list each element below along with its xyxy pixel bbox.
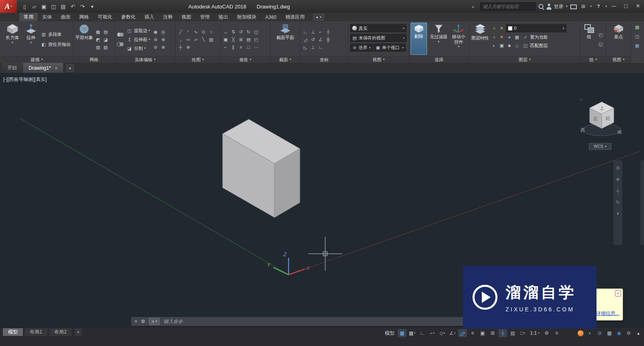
recent-commands-button[interactable]: >▾ bbox=[149, 318, 160, 325]
undo-icon[interactable] bbox=[68, 2, 77, 11]
box-solid[interactable] bbox=[223, 119, 300, 218]
layer-tool-icon[interactable] bbox=[498, 42, 505, 49]
viewcube-home-icon[interactable] bbox=[580, 96, 582, 102]
solid-edit-tool-icon[interactable] bbox=[160, 29, 167, 35]
search-input[interactable] bbox=[480, 2, 536, 10]
draw-tool-icon[interactable] bbox=[208, 29, 215, 35]
group-tool-icon[interactable] bbox=[597, 31, 604, 38]
tab-solid[interactable]: 实体 bbox=[38, 13, 56, 21]
status-model-label[interactable]: 模型 bbox=[385, 330, 394, 337]
visual-style-dropdown[interactable]: 真实▾ bbox=[350, 24, 407, 32]
layout-tab-model[interactable]: 模型 bbox=[2, 328, 23, 336]
modify-tool-icon[interactable] bbox=[253, 36, 260, 43]
solid-edit-tool-icon[interactable] bbox=[160, 44, 167, 51]
panel-footer-coordinates[interactable]: 坐标 bbox=[300, 56, 348, 63]
tab-view[interactable]: 视图 bbox=[177, 13, 196, 21]
maximize-button[interactable]: □ bbox=[620, 0, 632, 12]
autodesk-exchange-icon[interactable] bbox=[579, 2, 588, 11]
wcs-dropdown[interactable]: WCS▾ bbox=[589, 143, 611, 150]
solid-edit-tool-icon[interactable] bbox=[160, 36, 167, 43]
command-customize-icon[interactable] bbox=[141, 319, 145, 324]
tab-output[interactable]: 输出 bbox=[214, 13, 233, 21]
pan-icon[interactable] bbox=[616, 177, 619, 182]
tray-icon[interactable] bbox=[597, 330, 603, 336]
solid-edit-tool-icon[interactable] bbox=[152, 44, 159, 51]
layout-tab-layout1[interactable]: 布局1 bbox=[24, 328, 48, 336]
draw-tool-icon[interactable] bbox=[192, 36, 199, 43]
steering-wheel-icon[interactable] bbox=[616, 165, 620, 170]
ribbon-display-toggle[interactable]: ▾ bbox=[313, 14, 324, 21]
mesh-tool-icon[interactable] bbox=[95, 44, 101, 51]
modify-tool-icon[interactable] bbox=[222, 36, 229, 43]
modify-tool-icon[interactable] bbox=[230, 36, 237, 43]
help-icon[interactable] bbox=[594, 2, 603, 11]
extrude-faces-button[interactable]: 拉伸面▾ bbox=[125, 36, 151, 43]
panel-footer-modeling[interactable]: 建模▾ bbox=[1, 56, 73, 63]
ucs-tool-icon[interactable] bbox=[325, 36, 332, 43]
tab-mesh[interactable]: 网格 bbox=[75, 13, 93, 21]
tray-keyboard-icon[interactable] bbox=[606, 330, 613, 336]
annotation-scale-button[interactable]: 1:1▾ bbox=[528, 330, 541, 336]
ucs-dropdown[interactable]: 世界▾ bbox=[350, 44, 373, 52]
layout-tab-layout2[interactable]: 布局2 bbox=[49, 328, 72, 336]
close-tab-icon[interactable]: × bbox=[55, 66, 57, 70]
osnap-toggle[interactable]: ▾ bbox=[458, 329, 467, 337]
presspull-button[interactable]: 按住并拖动 bbox=[39, 41, 71, 48]
file-tab-start[interactable]: 开始 bbox=[2, 63, 23, 73]
tray-settings-icon[interactable] bbox=[625, 330, 632, 336]
tab-insert[interactable]: 插入 bbox=[140, 13, 159, 21]
infocenter-collapse-icon[interactable]: ▸ bbox=[469, 2, 478, 11]
group-button[interactable]: 组 bbox=[582, 23, 596, 56]
modify-tool-icon[interactable] bbox=[237, 36, 244, 43]
panel-footer-view-right[interactable]: 视图▾ bbox=[606, 56, 631, 63]
union-icon[interactable] bbox=[117, 32, 124, 37]
panel-footer-draw[interactable]: 绘图▾ bbox=[175, 56, 220, 63]
tab-a360[interactable]: A360 bbox=[261, 13, 281, 21]
navigation-bar[interactable]: ▾ bbox=[613, 160, 622, 245]
ucs-tool-icon[interactable] bbox=[325, 29, 332, 35]
layer-tool-icon[interactable] bbox=[506, 34, 513, 41]
exchange-dropdown-icon[interactable]: ▾ bbox=[590, 5, 592, 8]
layer-tool-icon[interactable] bbox=[498, 34, 505, 41]
panel-footer-section[interactable]: 截面▾ bbox=[270, 56, 300, 63]
panel-footer-mesh[interactable]: 网格 bbox=[73, 56, 115, 63]
mesh-tool-icon[interactable] bbox=[95, 36, 101, 43]
ribbon-extra-icon[interactable] bbox=[634, 33, 641, 40]
ribbon-extra-icon[interactable] bbox=[634, 24, 641, 31]
modify-tool-icon[interactable] bbox=[237, 29, 244, 35]
tab-visualize[interactable]: 可视化 bbox=[93, 13, 117, 21]
subtract-icon[interactable] bbox=[117, 41, 124, 47]
draw-tool-icon[interactable] bbox=[185, 29, 192, 35]
draw-tool-icon[interactable] bbox=[200, 36, 207, 43]
tab-featured-apps[interactable]: 精选应用 bbox=[281, 13, 309, 21]
ortho-toggle[interactable] bbox=[418, 329, 427, 337]
panel-footer-solid-editing[interactable]: 实体编辑▾ bbox=[115, 56, 175, 63]
mesh-tool-icon[interactable] bbox=[102, 44, 109, 51]
panel-footer-modify[interactable]: 修改▾ bbox=[221, 56, 270, 63]
app-menu-button[interactable]: A ▾ bbox=[0, 0, 17, 13]
culling-button[interactable]: 剔除 bbox=[411, 23, 427, 55]
base-button[interactable]: 基点 bbox=[609, 23, 629, 56]
annotation-visibility-toggle[interactable] bbox=[508, 329, 517, 337]
save-as-icon[interactable] bbox=[49, 2, 58, 11]
ucs-tool-icon[interactable] bbox=[317, 29, 324, 35]
zoom-icon[interactable] bbox=[616, 189, 619, 193]
command-line[interactable]: × >▾ 键入命令 bbox=[131, 317, 465, 326]
tab-home[interactable]: 常用 bbox=[19, 13, 38, 21]
layer-tool-icon[interactable] bbox=[514, 42, 520, 49]
viewcube[interactable]: 上 左 前 西 南 bbox=[580, 98, 624, 148]
layer-tool-icon[interactable] bbox=[491, 25, 497, 32]
snap-toggle[interactable]: ▾ bbox=[408, 329, 417, 337]
draw-tool-icon[interactable] bbox=[185, 44, 192, 51]
plot-icon[interactable] bbox=[59, 2, 68, 11]
autoscale-toggle[interactable]: ▾ bbox=[518, 329, 527, 337]
qat-customize-dropdown-icon[interactable]: ▾ bbox=[88, 2, 97, 11]
details-link[interactable]: 详细信息... bbox=[596, 310, 619, 317]
make-current-button[interactable]: 置为当前 bbox=[521, 33, 549, 41]
no-filter-dropdown[interactable]: 无过滤器 ▾ bbox=[428, 23, 449, 56]
layer-tool-icon[interactable] bbox=[491, 42, 497, 49]
move-gizmo-dropdown[interactable]: 移动小控件 ▾ bbox=[450, 23, 467, 56]
tab-manage[interactable]: 管理 bbox=[196, 13, 214, 21]
draw-tool-icon[interactable] bbox=[208, 36, 215, 43]
tray-app-icon[interactable] bbox=[578, 330, 584, 336]
